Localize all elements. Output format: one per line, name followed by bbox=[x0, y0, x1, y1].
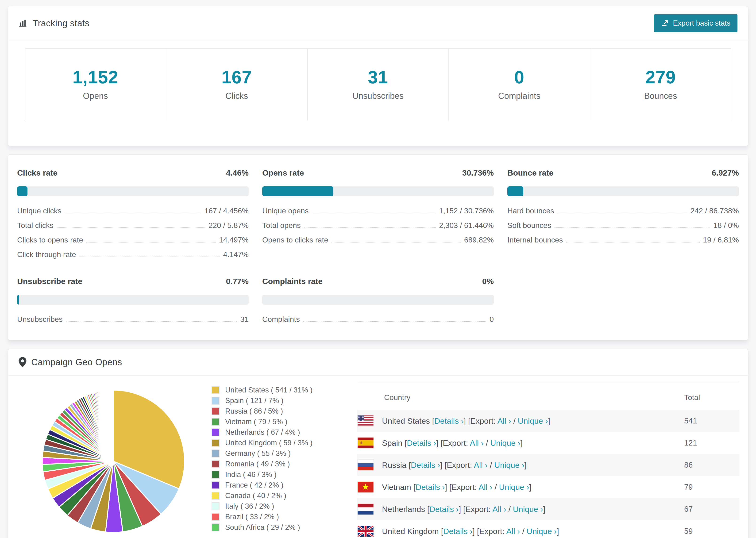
details-link[interactable]: Details › bbox=[429, 505, 459, 513]
rate-value: 0.77% bbox=[226, 277, 249, 286]
export-unique-link[interactable]: Unique › bbox=[494, 460, 524, 469]
rate-title: Complaints rate bbox=[262, 277, 482, 286]
export-prefix: Export: bbox=[470, 416, 496, 425]
rate-stat-value: 689.82% bbox=[464, 236, 494, 244]
export-all-link[interactable]: All › bbox=[493, 505, 507, 513]
legend-label: Romania ( 49 / 3% ) bbox=[225, 460, 290, 468]
stat-cell: 167 Clicks bbox=[166, 49, 307, 121]
rates-card: Clicks rate 4.46% Unique clicks 167 / 4.… bbox=[8, 154, 748, 340]
page: Tracking stats Export basic stats 1,152 … bbox=[0, 0, 756, 538]
legend-label: Germany ( 55 / 3% ) bbox=[225, 449, 291, 458]
legend-item[interactable]: Spain ( 121 / 7% ) bbox=[212, 397, 357, 405]
geo-header: Campaign Geo Opens bbox=[8, 349, 748, 376]
export-unique-link[interactable]: Unique › bbox=[518, 416, 548, 425]
legend-item[interactable]: United Kingdom ( 59 / 3% ) bbox=[212, 439, 357, 447]
export-all-link[interactable]: All › bbox=[474, 460, 488, 469]
rate-progress-bar bbox=[17, 187, 249, 196]
export-unique-link[interactable]: Unique › bbox=[527, 527, 557, 536]
details-link[interactable]: Details › bbox=[411, 460, 440, 469]
export-all-link[interactable]: All › bbox=[470, 439, 484, 447]
export-unique-link[interactable]: Unique › bbox=[499, 483, 529, 492]
rate-stat-label: Unique clicks bbox=[17, 207, 62, 215]
export-basic-stats-button[interactable]: Export basic stats bbox=[654, 14, 737, 32]
legend-item[interactable]: Canada ( 40 / 2% ) bbox=[212, 492, 357, 500]
tracking-stats-body: 1,152 Opens 167 Clicks 31 Unsubscribes 0… bbox=[8, 40, 748, 146]
rate-stat-row: Internal bounces 19 / 6.81% bbox=[507, 236, 739, 244]
rate-stat-row: Total opens 2,303 / 61.446% bbox=[262, 221, 494, 230]
legend-item[interactable]: Brazil ( 33 / 2% ) bbox=[212, 512, 357, 521]
legend-swatch bbox=[212, 450, 220, 457]
details-link[interactable]: Details › bbox=[434, 416, 464, 425]
geo-table: Country Total United States [Details ›] … bbox=[357, 383, 739, 538]
legend-swatch bbox=[212, 513, 220, 521]
rate-stat-row: Soft bounces 18 / 0% bbox=[507, 221, 739, 230]
legend-item[interactable]: South Africa ( 29 / 2% ) bbox=[212, 523, 357, 532]
details-link[interactable]: Details › bbox=[407, 439, 436, 447]
legend-item[interactable]: Russia ( 86 / 5% ) bbox=[212, 407, 357, 415]
table-row: Netherlands [Details ›] [Export: All › /… bbox=[357, 498, 739, 520]
legend-label: Vietnam ( 79 / 5% ) bbox=[225, 418, 287, 426]
legend-item[interactable]: Netherlands ( 67 / 4% ) bbox=[212, 428, 357, 437]
legend-item[interactable]: Romania ( 49 / 3% ) bbox=[212, 460, 357, 468]
rate-stat-value: 31 bbox=[240, 315, 249, 324]
export-button-label: Export basic stats bbox=[673, 19, 730, 27]
legend-item[interactable]: India ( 46 / 3% ) bbox=[212, 470, 357, 479]
legend-label: Italy ( 36 / 2% ) bbox=[225, 502, 274, 511]
legend-label: South Africa ( 29 / 2% ) bbox=[225, 523, 300, 532]
legend-item[interactable]: France ( 42 / 2% ) bbox=[212, 481, 357, 489]
rate-title: Unsubscribe rate bbox=[17, 277, 226, 286]
legend-label: United Kingdom ( 59 / 3% ) bbox=[225, 439, 312, 447]
export-unique-link[interactable]: Unique › bbox=[513, 505, 543, 513]
details-link[interactable]: Details › bbox=[415, 483, 445, 492]
rate-stat-label: Complaints bbox=[262, 315, 300, 324]
country-total: 79 bbox=[684, 483, 739, 492]
rate-stat-label: Hard bounces bbox=[507, 207, 554, 215]
stat-label: Opens bbox=[27, 91, 164, 101]
export-prefix: Export: bbox=[443, 439, 468, 447]
geo-pie-chart bbox=[8, 376, 189, 538]
legend-swatch bbox=[212, 471, 220, 479]
dotted-leader bbox=[332, 242, 461, 242]
country-name: Vietnam bbox=[382, 483, 411, 492]
dotted-leader bbox=[57, 228, 205, 228]
rate-title: Clicks rate bbox=[17, 168, 226, 178]
legend-swatch bbox=[212, 428, 220, 436]
export-all-link[interactable]: All › bbox=[478, 483, 492, 492]
legend-label: Canada ( 40 / 2% ) bbox=[225, 492, 286, 500]
rate-stat-row: Total clicks 220 / 5.87% bbox=[17, 221, 249, 230]
country-flag-icon bbox=[357, 526, 374, 537]
legend-swatch bbox=[212, 492, 220, 500]
tracking-stats-card: Tracking stats Export basic stats 1,152 … bbox=[8, 6, 748, 146]
map-pin-icon bbox=[19, 357, 27, 367]
rate-progress-bar bbox=[507, 187, 739, 196]
page-title: Tracking stats bbox=[33, 18, 654, 28]
legend-item[interactable]: Italy ( 36 / 2% ) bbox=[212, 502, 357, 511]
rate-progress-fill bbox=[262, 187, 333, 196]
country-flag-icon bbox=[357, 482, 374, 493]
stat-cell: 31 Unsubscribes bbox=[307, 49, 449, 121]
country-flag-icon bbox=[357, 438, 374, 448]
legend-item[interactable]: Vietnam ( 79 / 5% ) bbox=[212, 418, 357, 426]
dotted-leader bbox=[566, 242, 700, 242]
export-unique-link[interactable]: Unique › bbox=[490, 439, 520, 447]
legend-item[interactable]: United States ( 541 / 31% ) bbox=[212, 386, 357, 394]
export-all-link[interactable]: All › bbox=[506, 527, 520, 536]
geo-content: United States ( 541 / 31% ) Spain ( 121 … bbox=[8, 376, 748, 538]
table-row: United States [Details ›] [Export: All ›… bbox=[357, 410, 739, 432]
dotted-leader bbox=[65, 213, 201, 213]
legend-label: France ( 42 / 2% ) bbox=[225, 481, 283, 489]
legend-swatch bbox=[212, 407, 220, 415]
rate-value: 30.736% bbox=[462, 168, 494, 178]
rate-stat-value: 167 / 4.456% bbox=[204, 207, 249, 215]
table-row: Spain [Details ›] [Export: All › / Uniqu… bbox=[357, 432, 739, 454]
export-all-link[interactable]: All › bbox=[497, 416, 511, 425]
column-header-total: Total bbox=[684, 393, 739, 402]
geo-table-header: Country Total bbox=[357, 383, 739, 410]
rate-value: 4.46% bbox=[226, 168, 249, 178]
dotted-leader bbox=[312, 213, 436, 213]
legend-swatch bbox=[212, 481, 220, 489]
details-link[interactable]: Details › bbox=[443, 527, 473, 536]
legend-item[interactable]: Germany ( 55 / 3% ) bbox=[212, 449, 357, 458]
rate-progress-fill bbox=[17, 295, 19, 305]
rate-progress-bar bbox=[262, 187, 494, 196]
